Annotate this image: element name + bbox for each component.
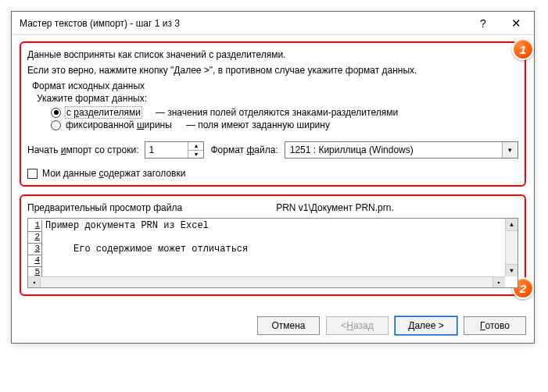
annotation-badge-1: 1: [512, 38, 534, 60]
annotation-box-1: 1 Данные восприняты как список значений …: [20, 41, 526, 187]
chevron-down-icon[interactable]: ▾: [502, 142, 518, 158]
spinner-down-icon[interactable]: ▼: [188, 151, 203, 159]
file-format-combo[interactable]: 1251 : Кириллица (Windows) ▾: [285, 141, 518, 159]
preview-box: 1Пример документа PRN из Excel 2 3 Его с…: [27, 218, 518, 288]
radio-fixed-desc: — поля имеют заданную ширину: [186, 119, 330, 130]
radio-fixed-row[interactable]: фиксированной ширины — поля имеют заданн…: [51, 119, 518, 130]
start-row-spinner[interactable]: ▲ ▼: [145, 141, 204, 159]
start-row-input[interactable]: [145, 142, 188, 158]
radio-delimited-row[interactable]: с разделителями — значения полей отделяю…: [51, 107, 518, 118]
spinner-arrows: ▲ ▼: [188, 142, 203, 158]
scroll-up-icon[interactable]: ▲: [506, 219, 518, 231]
import-start-row: Начать импорт со строки: ▲ ▼ Формат файл…: [27, 141, 518, 159]
source-format-group-label: Формат исходных данных: [32, 80, 518, 91]
help-button[interactable]: ?: [467, 12, 500, 34]
text-import-wizard-dialog: Мастер текстов (импорт) - шаг 1 из 3 ? ✕…: [11, 11, 535, 344]
radio-delimited-label: с разделителями: [66, 107, 141, 118]
preview-scrollbar-horizontal[interactable]: ◂ ▸: [28, 276, 505, 287]
file-format-value: 1251 : Кириллица (Windows): [285, 144, 502, 155]
headers-checkbox-row[interactable]: Мои данные содержат заголовки: [27, 168, 518, 179]
scroll-right-icon[interactable]: ▸: [492, 277, 505, 287]
preview-scrollbar-vertical[interactable]: ▲ ▼: [505, 219, 518, 276]
radio-fixed[interactable]: [51, 120, 61, 130]
radio-delimited-desc: — значения полей отделяются знаками-разд…: [156, 107, 398, 118]
help-icon: ?: [480, 17, 486, 30]
spinner-up-icon[interactable]: ▲: [188, 142, 203, 151]
preview-row: 1Пример документа PRN из Excel: [28, 220, 518, 232]
file-format-label: Формат файла:: [210, 144, 278, 155]
source-format-prompt: Укажите формат данных:: [37, 93, 518, 104]
radio-delimited[interactable]: [51, 108, 61, 118]
preview-row: 4: [28, 255, 518, 267]
info-line-2: Если это верно, нажмите кнопку "Далее >"…: [27, 65, 518, 76]
annotation-box-2: 2 Предварительный просмотр файла PRN v1\…: [20, 194, 526, 296]
headers-checkbox-label: Мои данные содержат заголовки: [42, 168, 185, 179]
scroll-left-icon[interactable]: ◂: [28, 277, 41, 287]
next-button[interactable]: Далее >: [395, 316, 457, 335]
headers-checkbox[interactable]: [27, 169, 38, 179]
radio-fixed-label: фиксированной ширины: [66, 119, 172, 130]
close-button[interactable]: ✕: [500, 12, 532, 34]
finish-button[interactable]: Готово: [464, 316, 526, 335]
cancel-button[interactable]: Отмена: [257, 316, 320, 335]
back-button: < Назад: [326, 316, 389, 335]
close-icon: ✕: [511, 16, 521, 30]
scroll-down-icon[interactable]: ▼: [506, 264, 518, 276]
dialog-button-row: Отмена < Назад Далее > Готово: [12, 313, 534, 343]
preview-row: 3 Его содержимое может отличаться: [28, 244, 518, 255]
preview-row: 2: [28, 232, 518, 244]
start-row-label: Начать импорт со строки:: [27, 144, 138, 155]
titlebar: Мастер текстов (импорт) - шаг 1 из 3 ? ✕: [12, 12, 534, 35]
info-line-1: Данные восприняты как список значений с …: [27, 49, 518, 60]
preview-file-label: Предварительный просмотр файла PRN v1\До…: [27, 202, 518, 213]
dialog-title: Мастер текстов (импорт) - шаг 1 из 3: [20, 18, 467, 29]
